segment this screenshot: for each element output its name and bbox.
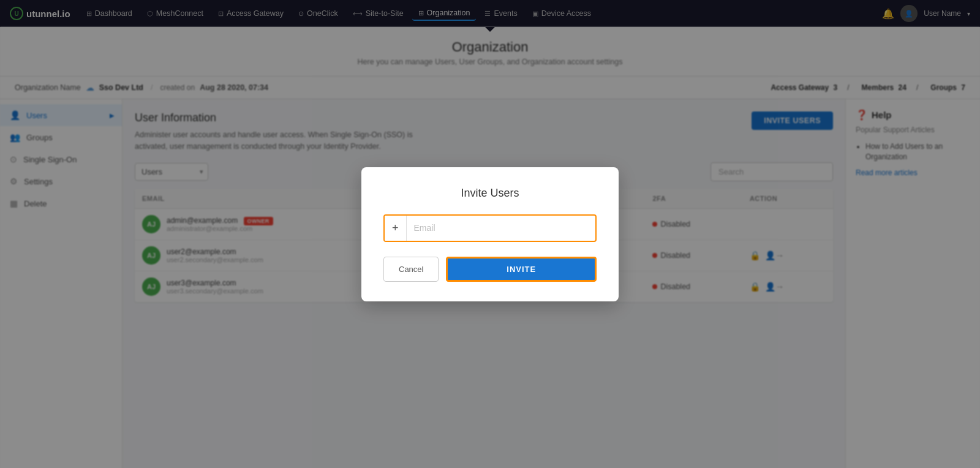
cancel-button[interactable]: Cancel bbox=[383, 257, 439, 282]
email-field[interactable] bbox=[407, 217, 595, 239]
email-input-wrapper: + bbox=[383, 214, 597, 242]
invite-button[interactable]: INVITE bbox=[446, 257, 597, 282]
modal-overlay: Invite Users + Cancel INVITE bbox=[0, 0, 980, 468]
modal-actions: Cancel INVITE bbox=[383, 257, 597, 282]
invite-users-modal: Invite Users + Cancel INVITE bbox=[361, 167, 619, 301]
add-email-icon[interactable]: + bbox=[385, 216, 407, 241]
modal-title: Invite Users bbox=[383, 187, 597, 200]
